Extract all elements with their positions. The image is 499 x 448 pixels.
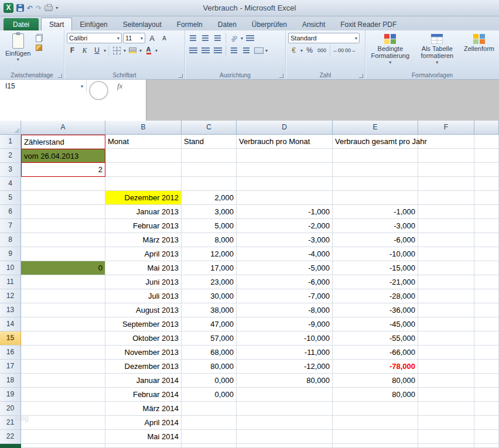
cell-E11[interactable]: -21,000 <box>333 275 418 289</box>
cell-C21[interactable] <box>182 416 237 430</box>
cell-A21[interactable] <box>21 416 105 430</box>
cell-E9[interactable]: -10,000 <box>333 247 418 261</box>
cell-partial-17[interactable] <box>474 360 499 374</box>
align-right-button[interactable] <box>212 45 223 56</box>
cell-A11[interactable] <box>21 275 105 289</box>
cell-C20[interactable] <box>182 402 237 416</box>
cell-B8[interactable]: März 2013 <box>105 233 182 247</box>
cell-D19[interactable] <box>237 388 333 402</box>
cell-partial-10[interactable] <box>474 261 499 275</box>
currency-format-button[interactable]: € <box>288 45 299 56</box>
row-header-16[interactable]: 16 <box>0 346 21 360</box>
cell-D21[interactable] <box>237 416 333 430</box>
cell-F18[interactable] <box>418 374 474 388</box>
cell-A17[interactable] <box>21 360 105 374</box>
fill-color-button[interactable] <box>127 45 138 56</box>
cell-B14[interactable]: September 2013 <box>105 317 182 331</box>
cell-D1[interactable]: Verbrauch pro Monat <box>237 135 333 149</box>
cell-B17[interactable]: Dezember 2013 <box>105 360 182 374</box>
percent-format-button[interactable]: % <box>304 45 315 56</box>
cell-D17[interactable]: -12,000 <box>237 360 333 374</box>
cell-E20[interactable] <box>333 402 418 416</box>
tab-seitenlayout[interactable]: Seitenlayout <box>115 18 169 30</box>
cell-B13[interactable]: August 2013 <box>105 303 182 317</box>
cell-F14[interactable] <box>418 317 474 331</box>
tab-start[interactable]: Start <box>41 18 72 30</box>
cell-E22[interactable] <box>333 430 418 444</box>
tab--berpr-fen[interactable]: Überprüfen <box>244 18 295 30</box>
merge-center-chevron-icon[interactable]: ▾ <box>265 48 268 53</box>
tab-einf-gen[interactable]: Einfügen <box>72 18 115 30</box>
cell-D4[interactable] <box>237 177 333 191</box>
cell-F12[interactable] <box>418 289 474 303</box>
cell-C12[interactable]: 30,000 <box>182 289 237 303</box>
cell-A9[interactable] <box>21 247 105 261</box>
cell-D8[interactable]: -3,000 <box>237 233 333 247</box>
cell-C3[interactable] <box>182 163 237 177</box>
cell-C4[interactable] <box>182 177 237 191</box>
cell-E16[interactable]: -66,000 <box>333 346 418 360</box>
number-dialog-launcher-icon[interactable] <box>359 74 363 78</box>
cell-partial-11[interactable] <box>474 275 499 289</box>
borders-button[interactable] <box>111 45 122 56</box>
cell-D11[interactable]: -6,000 <box>237 275 333 289</box>
cell-C15[interactable]: 57,000 <box>182 331 237 346</box>
cell-A18[interactable] <box>21 374 105 388</box>
cell-B12[interactable]: Juli 2013 <box>105 289 182 303</box>
bold-button[interactable]: F <box>67 45 78 56</box>
cell-C8[interactable]: 8,000 <box>182 233 237 247</box>
copy-icon[interactable] <box>36 35 42 42</box>
cell-D3[interactable] <box>237 163 333 177</box>
cell-E19[interactable]: 80,000 <box>333 388 418 402</box>
cell-C9[interactable]: 12,000 <box>182 247 237 261</box>
cell-partial-16[interactable] <box>474 346 499 360</box>
cell-B7[interactable]: Februar 2013 <box>105 219 182 233</box>
column-header-E[interactable]: E <box>333 121 418 135</box>
cell-D12[interactable]: -7,000 <box>237 289 333 303</box>
cell-B23[interactable] <box>105 444 182 448</box>
insert-function-button[interactable]: fx <box>117 81 122 91</box>
name-box[interactable]: I15 ▾ <box>0 80 87 93</box>
fill-color-chevron-icon[interactable]: ▾ <box>139 48 142 53</box>
format-as-table-button[interactable]: Als Tabelle formatieren ▾ <box>416 33 458 67</box>
cell-C11[interactable]: 23,000 <box>182 275 237 289</box>
cell-F17[interactable] <box>418 360 474 374</box>
cell-E14[interactable]: -45,000 <box>333 317 418 331</box>
tab-datei[interactable]: Datei <box>4 18 39 30</box>
row-header-5[interactable]: 5 <box>0 191 21 205</box>
cell-F16[interactable] <box>418 346 474 360</box>
row-header-1[interactable]: 1 <box>0 135 21 149</box>
cell-partial-14[interactable] <box>474 317 499 331</box>
underline-chevron-icon[interactable]: ▾ <box>104 48 106 53</box>
format-painter-icon[interactable] <box>36 45 42 51</box>
row-header-14[interactable]: 14 <box>0 317 21 331</box>
cell-F2[interactable] <box>418 149 474 163</box>
cell-A8[interactable] <box>21 233 105 247</box>
font-color-chevron-icon[interactable]: ▾ <box>155 48 158 53</box>
row-header-12[interactable]: 12 <box>0 289 21 303</box>
cell-D16[interactable]: -11,000 <box>237 346 333 360</box>
cell-D5[interactable] <box>237 191 333 205</box>
cell-C1[interactable]: Stand <box>182 135 237 149</box>
cell-C5[interactable]: 2,000 <box>182 191 237 205</box>
cell-F3[interactable] <box>418 163 474 177</box>
cell-A20[interactable] <box>21 402 105 416</box>
cell-E2[interactable] <box>333 149 418 163</box>
cell-B9[interactable]: April 2013 <box>105 247 182 261</box>
cell-E13[interactable]: -36,000 <box>333 303 418 317</box>
cell-D9[interactable]: -4,000 <box>237 247 333 261</box>
row-header-7[interactable]: 7 <box>0 219 21 233</box>
cell-partial-9[interactable] <box>474 247 499 261</box>
italic-button[interactable]: K <box>79 45 90 56</box>
cell-styles-button[interactable]: Zellenform <box>462 33 497 53</box>
thousands-format-button[interactable]: 000 <box>316 45 327 56</box>
row-header-15[interactable]: 15 <box>0 331 21 346</box>
cell-B5[interactable]: Dezember 2012 <box>105 191 182 205</box>
cell-C7[interactable]: 5,000 <box>182 219 237 233</box>
cell-partial-13[interactable] <box>474 303 499 317</box>
cell-C14[interactable]: 47,000 <box>182 317 237 331</box>
cell-C23[interactable] <box>182 444 237 448</box>
borders-chevron-icon[interactable]: ▾ <box>124 48 126 53</box>
cell-B3[interactable] <box>105 163 182 177</box>
cell-partial-5[interactable] <box>474 191 499 205</box>
